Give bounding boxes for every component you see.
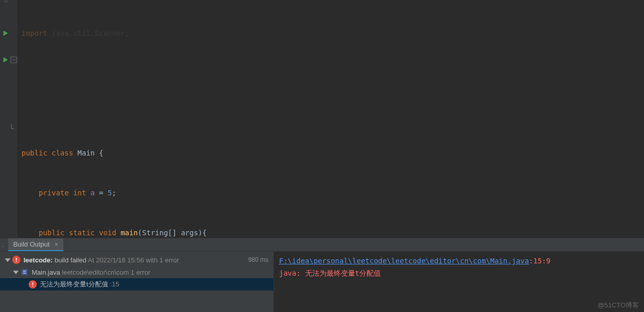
run-class-icon[interactable] [2, 30, 9, 37]
chevron-down-icon[interactable] [4, 256, 11, 263]
build-output[interactable]: F:\idea\personal\leetcode\leetcode\edito… [273, 252, 644, 312]
svg-rect-6 [21, 269, 28, 275]
collapse-end-icon[interactable] [10, 123, 17, 130]
code-line: import java.util.Scanner; [19, 27, 642, 40]
code-editor[interactable]: ⊟ import java.util.Scanner; public class… [0, 0, 644, 238]
svg-marker-1 [4, 57, 8, 63]
svg-marker-0 [4, 31, 8, 36]
fold-start-icon: ⊟ [4, 0, 11, 4]
svg-marker-5 [13, 271, 18, 274]
watermark: @51CTO博客 [597, 301, 639, 310]
run-method-icon[interactable] [2, 56, 9, 63]
code-line: public static void main(String[] args){ [19, 226, 642, 238]
panel-handle[interactable]: : [2, 241, 4, 249]
java-file-icon [20, 268, 29, 276]
output-line-1: F:\idea\personal\leetcode\leetcode\edito… [279, 255, 639, 267]
output-line-2: java: 无法为最终变量t分配值 [279, 267, 639, 279]
error-badge-icon: ! [12, 256, 20, 264]
svg-marker-4 [5, 258, 10, 262]
svg-rect-8 [23, 273, 26, 274]
tree-error[interactable]: ! 无法为最终变量t分配值 :15 [0, 278, 273, 291]
code-line: private int a = 5; [19, 186, 642, 199]
file-link[interactable]: F:\idea\personal\leetcode\leetcode\edito… [279, 257, 529, 265]
tree-file-text: Main.java leetcode\editor\cn\com 1 error [32, 269, 150, 276]
tree-root[interactable]: ! leetcode: build failed At 2022/1/16 15… [0, 254, 273, 266]
build-duration: 980 ms [248, 256, 268, 263]
code-area[interactable]: import java.util.Scanner; public class M… [17, 0, 644, 238]
build-tree[interactable]: ! leetcode: build failed At 2022/1/16 15… [0, 252, 273, 312]
close-icon[interactable]: × [55, 241, 58, 248]
editor-gutter: ⊟ [0, 0, 17, 238]
tree-error-text: 无法为最终变量t分配值 :15 [40, 280, 119, 289]
svg-rect-7 [23, 271, 26, 272]
panel-tabs: : Build Output × [0, 238, 644, 252]
tree-root-text: leetcode: build failed At 2022/1/16 15:5… [24, 256, 179, 264]
collapse-method-icon[interactable] [10, 56, 17, 63]
tree-file[interactable]: Main.java leetcode\editor\cn\com 1 error [0, 266, 273, 278]
code-line [19, 66, 642, 80]
tab-build-output[interactable]: Build Output × [8, 238, 63, 251]
chevron-down-icon[interactable] [12, 269, 19, 276]
error-badge-icon: ! [29, 280, 37, 288]
bottom-panel: : Build Output × ! leetcode: build faile… [0, 238, 644, 312]
code-line: public class Main { [19, 146, 642, 160]
code-line [19, 106, 642, 120]
tab-label: Build Output [13, 240, 50, 248]
